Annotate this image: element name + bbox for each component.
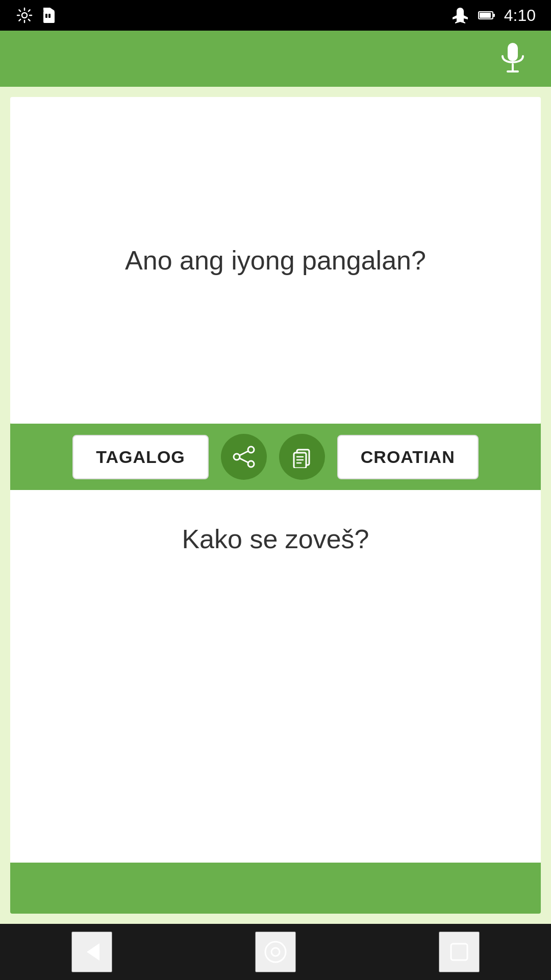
share-icon: [233, 446, 255, 468]
copy-icon: [291, 446, 313, 468]
svg-marker-21: [87, 943, 99, 961]
battery-icon: [478, 6, 496, 24]
svg-point-22: [265, 942, 286, 962]
svg-line-15: [240, 458, 248, 462]
back-button[interactable]: [71, 932, 112, 972]
status-bar: 4:10: [0, 0, 551, 31]
svg-point-11: [248, 447, 254, 453]
copy-button[interactable]: [279, 434, 325, 480]
svg-line-14: [240, 451, 248, 455]
controls-bar: TAGALOG CROATIAN: [10, 424, 541, 490]
source-panel: Ano ang iyong pangalan?: [10, 97, 541, 424]
mic-button[interactable]: [495, 41, 531, 77]
svg-rect-7: [480, 13, 491, 18]
svg-rect-3: [45, 14, 47, 18]
share-button[interactable]: [221, 434, 267, 480]
croatian-button[interactable]: CROATIAN: [337, 435, 479, 479]
home-button[interactable]: [255, 932, 296, 972]
svg-marker-2: [43, 8, 55, 11]
mic-icon: [500, 42, 525, 76]
svg-rect-8: [508, 43, 518, 61]
status-icons-right: 4:10: [451, 6, 536, 25]
svg-point-13: [248, 461, 254, 467]
svg-point-23: [271, 948, 280, 956]
bottom-toolbar: [10, 863, 541, 914]
app-toolbar: [0, 31, 551, 87]
svg-point-12: [234, 454, 240, 460]
status-icons-left: [15, 6, 58, 24]
home-icon: [263, 939, 288, 965]
airplane-icon: [451, 6, 469, 24]
settings-icon: [15, 6, 34, 24]
svg-point-0: [22, 13, 27, 18]
status-time: 4:10: [504, 6, 536, 25]
svg-rect-6: [493, 14, 495, 17]
target-panel: Kako se zoveš?: [10, 490, 541, 863]
tagalog-button[interactable]: TAGALOG: [72, 435, 208, 479]
nav-bar: [0, 924, 551, 980]
recents-icon: [448, 941, 470, 963]
main-content: Ano ang iyong pangalan? TAGALOG CROATIAN: [0, 87, 551, 924]
back-icon: [79, 939, 105, 965]
svg-rect-4: [48, 14, 51, 18]
svg-rect-24: [451, 944, 467, 960]
recents-button[interactable]: [439, 932, 480, 972]
sd-card-icon: [40, 6, 58, 24]
source-text: Ano ang iyong pangalan?: [125, 242, 426, 279]
target-text: Kako se zoveš?: [182, 521, 369, 558]
